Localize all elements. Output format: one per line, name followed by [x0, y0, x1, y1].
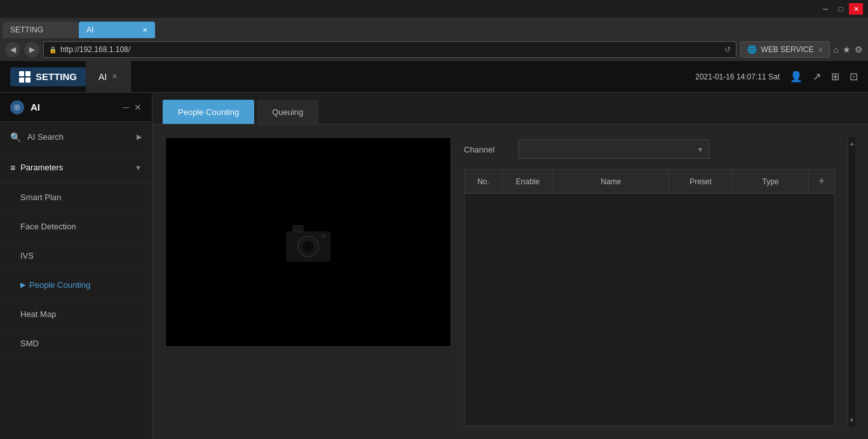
nav-forward-button[interactable]: ▶ — [24, 42, 39, 57]
maximize-button[interactable]: □ — [834, 3, 848, 15]
scroll-down-icon[interactable]: ▼ — [848, 415, 857, 425]
web-service-tab[interactable]: 🌐 WEB SERVICE ✕ — [740, 41, 829, 58]
lock-icon: 🔒 — [49, 46, 57, 53]
sidebar-people-counting-label: People Counting — [29, 280, 90, 290]
grid-icon — [19, 71, 31, 83]
col-no-label: No. — [477, 177, 489, 186]
star-icon[interactable]: ★ — [843, 44, 851, 55]
sidebar-item-heat-map[interactable]: Heat Map — [0, 300, 152, 329]
sidebar-face-detection-label: Face Detection — [20, 222, 76, 231]
col-name-label: Name — [600, 177, 621, 186]
ai-header-title: AI — [31, 102, 40, 112]
right-panel: Channel ▼ No. Enable — [464, 137, 835, 426]
camera-placeholder — [283, 220, 334, 264]
nav-back-button[interactable]: ◀ — [5, 42, 20, 57]
globe-icon: 🌐 — [747, 45, 757, 54]
tab-people-counting-label: People Counting — [178, 107, 239, 117]
url-text: http://192.168.1.108/ — [60, 45, 130, 54]
app-container: SETTING AI ✕ 2021-01-16 14:07:11 Sat 👤 ↗… — [0, 61, 868, 439]
sidebar-item-ivs[interactable]: IVS — [0, 241, 152, 271]
channel-label: Channel — [464, 145, 508, 154]
address-bar: ◀ ▶ 🔒 http://192.168.1.108/ ↺ 🌐 WEB SERV… — [0, 38, 868, 61]
col-type-label: Type — [762, 177, 778, 186]
col-name: Name — [553, 170, 669, 193]
search-icon: 🔍 — [10, 132, 21, 142]
svg-rect-4 — [292, 225, 304, 233]
ai-menu-tab-close-icon[interactable]: ✕ — [112, 72, 118, 81]
home-icon[interactable]: ⌂ — [834, 44, 839, 55]
setting-menu-button[interactable]: SETTING — [10, 67, 86, 86]
parameters-icon: ≡ — [10, 163, 15, 173]
table-header-row: No. Enable Name Preset — [465, 170, 834, 194]
minimize-button[interactable]: ─ — [818, 3, 832, 15]
sidebar-parameters-label: Parameters — [20, 163, 63, 172]
tab-queuing[interactable]: Queuing — [257, 100, 318, 124]
main-content: ◎ AI ─ ✕ 🔍 AI Search ▶ ≡ Parameters ▼ — [0, 93, 868, 439]
sidebar-item-ai-search[interactable]: 🔍 AI Search ▶ — [0, 122, 152, 152]
sidebar-item-smd[interactable]: SMD — [0, 329, 152, 358]
tab-queuing-label: Queuing — [272, 107, 303, 117]
url-input[interactable]: 🔒 http://192.168.1.108/ ↺ — [43, 41, 736, 58]
channel-select-dropdown[interactable]: ▼ — [519, 140, 709, 159]
web-service-label: WEB SERVICE — [761, 45, 813, 54]
setting-tab-label: SETTING — [10, 25, 43, 34]
ai-browser-tab-label: AI — [86, 25, 93, 34]
col-add[interactable]: + — [809, 170, 834, 193]
sidebar-smd-label: SMD — [20, 339, 39, 348]
ai-menu-label: AI — [98, 72, 107, 82]
ai-menu-tab[interactable]: AI ✕ — [86, 61, 131, 92]
setting-menu-label: SETTING — [36, 71, 77, 82]
col-enable: Enable — [503, 170, 553, 193]
menu-right-section: 2021-01-16 14:07:11 Sat 👤 ↗ ⊞ ⊡ — [695, 71, 858, 83]
active-arrow-icon: ▶ — [20, 281, 25, 289]
col-preset: Preset — [669, 170, 733, 193]
logout-icon[interactable]: ↗ — [813, 71, 821, 83]
settings-gear-icon[interactable]: ⚙ — [855, 44, 863, 55]
grid-menu-icon[interactable]: ⊞ — [831, 71, 839, 83]
col-no: No. — [465, 170, 503, 193]
sidebar: ◎ AI ─ ✕ 🔍 AI Search ▶ ≡ Parameters ▼ — [0, 93, 153, 439]
close-button[interactable]: ✕ — [849, 3, 863, 15]
sidebar-ai-search-label: AI Search — [27, 132, 64, 142]
add-row-icon[interactable]: + — [814, 173, 829, 190]
sidebar-ivs-label: IVS — [20, 251, 34, 260]
channel-dropdown-arrow-icon: ▼ — [697, 146, 703, 153]
scrollbar-track[interactable]: ▲ ▼ — [848, 137, 855, 426]
ai-close-icon[interactable]: ✕ — [134, 102, 142, 112]
col-preset-label: Preset — [689, 177, 712, 186]
ai-header-icon: ◎ — [10, 100, 24, 114]
svg-point-3 — [304, 243, 312, 250]
sidebar-item-smart-plan[interactable]: Smart Plan — [0, 183, 152, 212]
datetime-display: 2021-01-16 14:07:11 Sat — [695, 72, 780, 81]
top-menu-bar: SETTING AI ✕ 2021-01-16 14:07:11 Sat 👤 ↗… — [0, 61, 868, 93]
user-icon[interactable]: 👤 — [790, 71, 803, 83]
sidebar-item-face-detection[interactable]: Face Detection — [0, 212, 152, 241]
ai-browser-tab[interactable]: AI ✕ — [79, 22, 155, 38]
ai-header-controls: ─ ✕ — [123, 102, 142, 112]
sidebar-smart-plan-label: Smart Plan — [20, 192, 61, 202]
content-body: Channel ▼ No. Enable — [153, 125, 868, 439]
ai-tab-close-icon[interactable]: ✕ — [142, 27, 147, 34]
parameters-chevron-down-icon: ▼ — [135, 164, 142, 172]
ai-minimize-icon[interactable]: ─ — [123, 102, 129, 112]
setting-tab[interactable]: SETTING — [3, 22, 79, 38]
table-body — [465, 194, 834, 276]
web-service-close-icon[interactable]: ✕ — [818, 46, 823, 53]
chevron-right-icon: ▶ — [137, 133, 142, 141]
ai-section-header: ◎ AI ─ ✕ — [0, 93, 152, 122]
channel-row: Channel ▼ — [464, 137, 835, 161]
content-area: People Counting Queuing — [153, 93, 868, 439]
content-tabs-bar: People Counting Queuing — [153, 93, 868, 125]
scroll-up-icon[interactable]: ▲ — [848, 138, 857, 148]
browser-title-bar: ─ □ ✕ — [0, 0, 868, 18]
col-type: Type — [733, 170, 809, 193]
refresh-icon[interactable]: ↺ — [724, 45, 731, 54]
tab-people-counting[interactable]: People Counting — [163, 100, 254, 124]
display-icon[interactable]: ⊡ — [850, 71, 858, 83]
video-preview — [165, 137, 451, 347]
data-table: No. Enable Name Preset — [464, 169, 835, 426]
browser-action-icons: ⌂ ★ ⚙ — [834, 44, 863, 55]
sidebar-item-people-counting[interactable]: ▶ People Counting — [0, 271, 152, 300]
sidebar-item-parameters[interactable]: ≡ Parameters ▼ — [0, 152, 152, 183]
svg-rect-5 — [321, 234, 326, 238]
